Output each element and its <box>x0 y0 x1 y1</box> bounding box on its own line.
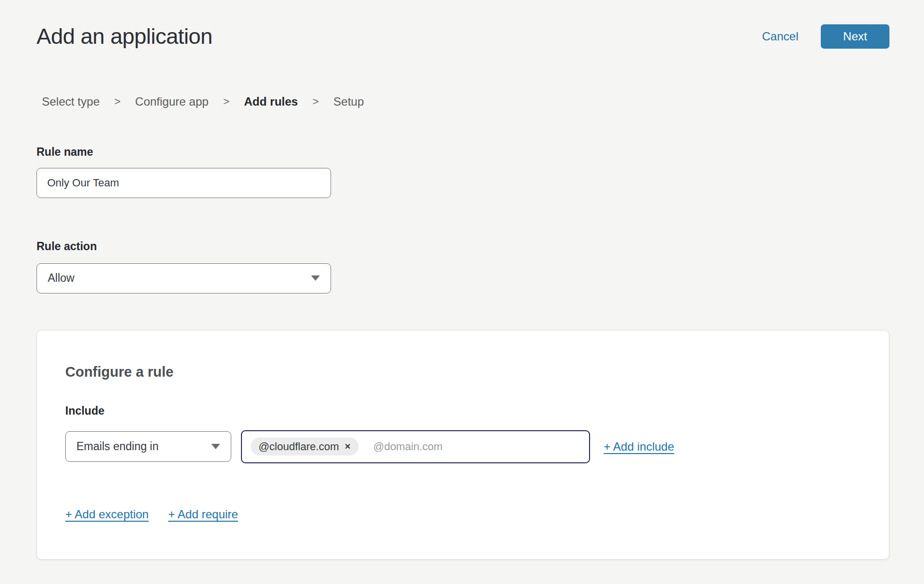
chevron-down-icon <box>311 275 320 281</box>
breadcrumb-step-add-rules[interactable]: Add rules <box>244 95 298 109</box>
remove-tag-icon[interactable]: ✕ <box>344 443 351 451</box>
page-header: Add an application Cancel Next <box>37 23 889 50</box>
include-rule-row: Emails ending in @cloudflare.com ✕ + Add… <box>65 430 861 463</box>
chevron-down-icon <box>211 444 220 449</box>
rule-name-label: Rule name <box>37 146 889 158</box>
add-require-link[interactable]: + Add require <box>168 508 238 521</box>
email-domain-text-input[interactable] <box>372 440 581 454</box>
wizard-breadcrumb: Select type > Configure app > Add rules … <box>37 95 889 109</box>
configure-rule-card: Configure a rule Include Emails ending i… <box>37 330 889 560</box>
include-selector-value: Emails ending in <box>76 440 159 453</box>
breadcrumb-separator: > <box>313 95 319 108</box>
add-application-page: Add an application Cancel Next Select ty… <box>0 0 924 584</box>
add-exception-link[interactable]: + Add exception <box>65 508 148 521</box>
cancel-button[interactable]: Cancel <box>762 30 798 43</box>
include-selector-select[interactable]: Emails ending in <box>65 431 231 462</box>
configure-rule-title: Configure a rule <box>65 364 861 380</box>
breadcrumb-step-select-type[interactable]: Select type <box>42 95 100 109</box>
header-actions: Cancel Next <box>762 24 889 49</box>
email-domain-chip: @cloudflare.com ✕ <box>251 438 359 456</box>
next-button[interactable]: Next <box>821 24 889 49</box>
breadcrumb-step-configure-app[interactable]: Configure app <box>135 95 209 109</box>
email-domain-chip-label: @cloudflare.com <box>259 440 339 453</box>
breadcrumb-separator: > <box>114 95 121 108</box>
page-title: Add an application <box>37 23 212 50</box>
rule-action-label: Rule action <box>37 240 889 253</box>
rule-action-selected-value: Allow <box>48 272 74 285</box>
add-include-link[interactable]: + Add include <box>604 440 674 454</box>
rule-extra-links: + Add exception + Add require <box>65 508 861 521</box>
include-label: Include <box>65 404 861 417</box>
breadcrumb-step-setup[interactable]: Setup <box>333 95 364 109</box>
rule-action-select[interactable]: Allow <box>37 263 331 293</box>
rule-name-input[interactable] <box>37 168 331 198</box>
breadcrumb-separator: > <box>223 95 229 108</box>
email-domain-tag-input[interactable]: @cloudflare.com ✕ <box>241 430 590 463</box>
